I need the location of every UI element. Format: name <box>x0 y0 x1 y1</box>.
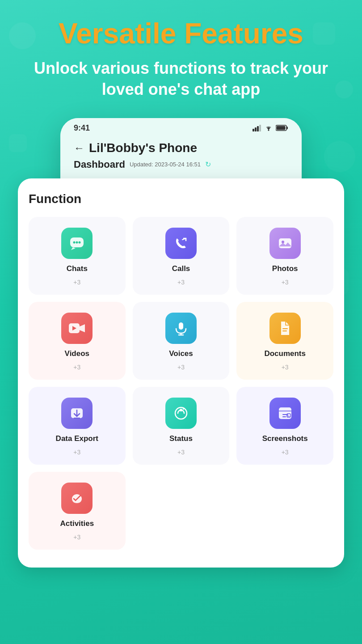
function-title: Function <box>29 192 333 206</box>
battery-icon <box>276 124 288 131</box>
photos-count: +3 <box>282 279 289 286</box>
svg-rect-10 <box>257 126 259 131</box>
svg-rect-14 <box>286 127 288 129</box>
voices-label: Voices <box>169 349 193 358</box>
calls-svg <box>173 235 189 252</box>
data-export-svg <box>68 405 85 422</box>
back-nav: ← Lil'Bobby's Phone <box>74 141 288 155</box>
svg-rect-11 <box>259 125 261 131</box>
photos-svg <box>277 235 294 252</box>
feature-calls[interactable]: Calls +3 <box>133 217 230 295</box>
svg-point-22 <box>79 241 81 243</box>
feature-videos[interactable]: Videos +3 <box>29 302 126 380</box>
data-export-icon <box>61 398 93 429</box>
voices-svg <box>173 320 189 337</box>
status-time: 9:41 <box>74 123 90 133</box>
voices-icon <box>165 313 197 344</box>
svg-rect-27 <box>179 322 183 330</box>
status-icon <box>165 398 197 429</box>
svg-point-34 <box>180 409 182 411</box>
svg-rect-8 <box>253 129 254 131</box>
feature-screenshots[interactable]: Screenshots +3 <box>236 387 333 465</box>
videos-svg <box>67 320 86 337</box>
feature-grid: Chats +3 Calls +3 <box>29 217 333 550</box>
back-arrow-icon[interactable]: ← <box>74 142 84 154</box>
documents-count: +3 <box>282 364 289 371</box>
activities-svg <box>68 490 85 507</box>
feature-documents[interactable]: Documents +3 <box>236 302 333 380</box>
svg-rect-15 <box>277 126 286 130</box>
documents-icon <box>269 313 301 344</box>
feature-chats[interactable]: Chats +3 <box>29 217 126 295</box>
videos-count: +3 <box>73 364 80 371</box>
data-export-count: +3 <box>73 449 80 456</box>
feature-voices[interactable]: Voices +3 <box>133 302 230 380</box>
feature-data-export[interactable]: Data Export +3 <box>29 387 126 465</box>
status-icons <box>253 124 288 131</box>
status-label: Status <box>169 434 193 443</box>
phone-device-name: Lil'Bobby's Phone <box>89 141 197 155</box>
page-title: Versatile Features <box>59 18 303 49</box>
calls-count: +3 <box>177 279 185 286</box>
documents-svg <box>277 320 294 337</box>
voices-count: +3 <box>177 364 185 371</box>
svg-rect-23 <box>279 238 291 248</box>
svg-point-20 <box>73 241 76 243</box>
status-count: +3 <box>177 449 185 456</box>
refresh-icon[interactable]: ↻ <box>205 160 211 169</box>
activities-count: +3 <box>73 534 80 541</box>
documents-label: Documents <box>264 349 306 358</box>
feature-activities[interactable]: Activities +3 <box>29 472 126 550</box>
dashboard-updated: Updated: 2023-05-24 16:51 <box>130 161 201 168</box>
status-svg <box>173 405 189 422</box>
wifi-icon <box>264 124 273 131</box>
svg-point-21 <box>76 241 78 243</box>
calls-label: Calls <box>172 264 190 273</box>
photos-label: Photos <box>272 264 298 273</box>
chats-label: Chats <box>67 264 88 273</box>
activities-label: Activities <box>60 519 94 528</box>
dashboard-label: Dashboard <box>74 159 125 170</box>
data-export-label: Data Export <box>56 434 98 443</box>
feature-photos[interactable]: Photos +3 <box>236 217 333 295</box>
activities-icon <box>61 483 93 514</box>
chats-count: +3 <box>73 279 80 286</box>
chats-icon <box>61 228 93 259</box>
dashboard-row: Dashboard Updated: 2023-05-24 16:51 ↻ <box>74 159 288 170</box>
videos-label: Videos <box>65 349 89 358</box>
phone-header: ← Lil'Bobby's Phone Dashboard Updated: 2… <box>60 136 302 179</box>
screenshots-icon <box>269 398 301 429</box>
function-card: Function Chats +3 <box>18 178 344 568</box>
page-subtitle: Unlock various functions to track your l… <box>9 58 353 100</box>
chat-svg <box>68 235 85 252</box>
screenshots-count: +3 <box>282 449 289 456</box>
photos-icon <box>269 228 301 259</box>
feature-status[interactable]: Status +3 <box>133 387 230 465</box>
status-bar: 9:41 <box>60 118 302 136</box>
screenshots-svg <box>277 405 294 422</box>
calls-icon <box>165 228 197 259</box>
svg-point-12 <box>268 130 269 131</box>
videos-icon <box>61 313 93 344</box>
screenshots-label: Screenshots <box>262 434 308 443</box>
signal-icon <box>253 124 261 131</box>
svg-rect-9 <box>255 127 257 131</box>
